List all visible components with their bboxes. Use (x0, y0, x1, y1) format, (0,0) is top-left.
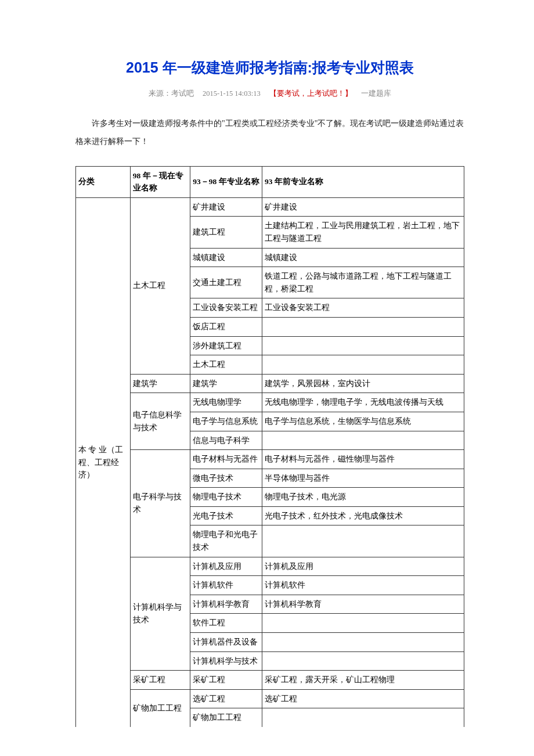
th-93-98: 93－98 年专业名称 (190, 166, 262, 197)
cell-pre93 (262, 336, 464, 355)
cell-pre93: 无线电物理学，物理电子学，无线电波传播与天线 (262, 393, 464, 412)
intro-paragraph: 许多考生对一级建造师报考条件中的"工程类或工程经济类专业"不了解。现在考试吧一级… (75, 115, 464, 151)
cell-pre93 (262, 525, 464, 557)
table-row: 建筑学 建筑学 建筑学，风景园林，室内设计 (76, 374, 464, 393)
cell-pre93: 计算机科学教育 (262, 595, 464, 614)
th-now: 98 年－现在专业名称 (130, 166, 190, 197)
major-cell: 建筑学 (130, 374, 190, 393)
cell-pre93: 计算机软件 (262, 576, 464, 595)
cell-pre93: 物理电子技术，电光源 (262, 488, 464, 507)
major-cell: 计算机科学与技术 (130, 557, 190, 671)
cell-93-98: 计算机科学与技术 (190, 651, 262, 671)
cell-93-98: 物理电子技术 (190, 488, 262, 507)
cell-93-98: 涉外建筑工程 (190, 336, 262, 355)
table-row: 采矿工程 采矿工程 采矿工程，露天开采，矿山工程物理 (76, 671, 464, 690)
cell-pre93: 矿井建设 (262, 197, 464, 217)
page-title: 2015 年一级建造师报考指南:报考专业对照表 (75, 58, 464, 77)
cell-93-98: 光电子技术 (190, 506, 262, 525)
major-cell: 矿物加工工程 (130, 689, 190, 727)
cell-93-98: 软件工程 (190, 614, 262, 633)
table-row: 矿物加工工程 选矿工程 选矿工程 (76, 689, 464, 708)
table-row: 计算机科学与技术 计算机及应用 计算机及应用 (76, 557, 464, 576)
cell-pre93: 工业设备安装工程 (262, 298, 464, 318)
meta-line: 来源：考试吧 2015-1-15 14:03:13 【要考试，上考试吧！】 一建… (75, 89, 464, 99)
cell-93-98: 电子学与信息系统 (190, 412, 262, 431)
cell-pre93: 电子材料与元器件，磁性物理与器件 (262, 450, 464, 469)
cell-93-98: 计算机软件 (190, 576, 262, 595)
cell-93-98: 电子材料与无器件 (190, 450, 262, 469)
major-table: 分类 98 年－现在专业名称 93－98 年专业名称 93 年前专业名称 本 专… (75, 166, 464, 727)
th-pre93: 93 年前专业名称 (262, 166, 464, 197)
cell-93-98: 建筑工程 (190, 217, 262, 248)
th-category: 分类 (76, 166, 131, 197)
cell-pre93 (262, 317, 464, 336)
major-cell: 采矿工程 (130, 671, 190, 690)
cell-93-98: 矿井建设 (190, 197, 262, 217)
cell-pre93: 电子学与信息系统，生物医学与信息系统 (262, 412, 464, 431)
cell-93-98: 选矿工程 (190, 689, 262, 708)
major-cell: 电子信息科学与技术 (130, 393, 190, 450)
table-header-row: 分类 98 年－现在专业名称 93－98 年专业名称 93 年前专业名称 (76, 166, 464, 197)
cell-pre93: 铁道工程，公路与城市道路工程，地下工程与隧道工程，桥梁工程 (262, 267, 464, 298)
cell-93-98: 微电子技术 (190, 469, 262, 488)
meta-extra: 一建题库 (361, 89, 391, 98)
major-cell: 土木工程 (130, 197, 190, 374)
cell-93-98: 交通土建工程 (190, 267, 262, 298)
meta-datetime: 2015-1-15 14:03:13 (203, 89, 261, 98)
cell-93-98: 工业设备安装工程 (190, 298, 262, 318)
cell-pre93 (262, 431, 464, 450)
table-row: 电子信息科学与技术 无线电物理学 无线电物理学，物理电子学，无线电波传播与天线 (76, 393, 464, 412)
meta-highlight: 【要考试，上考试吧！】 (269, 89, 352, 98)
cell-93-98: 矿物加工工程 (190, 708, 262, 727)
cell-93-98: 计算机及应用 (190, 557, 262, 576)
cell-pre93 (262, 651, 464, 671)
cell-93-98: 信息与电子科学 (190, 431, 262, 450)
cell-pre93 (262, 614, 464, 633)
category-cell: 本 专 业（工程、工程经济） (76, 197, 131, 727)
cell-93-98: 城镇建设 (190, 248, 262, 267)
cell-pre93: 半导体物理与器件 (262, 469, 464, 488)
cell-pre93 (262, 355, 464, 375)
table-row: 电子科学与技术 电子材料与无器件 电子材料与元器件，磁性物理与器件 (76, 450, 464, 469)
table-row: 本 专 业（工程、工程经济） 土木工程 矿井建设 矿井建设 (76, 197, 464, 217)
cell-93-98: 饭店工程 (190, 317, 262, 336)
cell-pre93 (262, 708, 464, 727)
cell-93-98: 计算机器件及设备 (190, 633, 262, 652)
cell-pre93: 土建结构工程，工业与民用建筑工程，岩土工程，地下工程与隧道工程 (262, 217, 464, 248)
cell-pre93: 城镇建设 (262, 248, 464, 267)
cell-pre93: 光电子技术，红外技术，光电成像技术 (262, 506, 464, 525)
major-cell: 电子科学与技术 (130, 450, 190, 557)
cell-93-98: 土木工程 (190, 355, 262, 375)
cell-93-98: 采矿工程 (190, 671, 262, 690)
cell-93-98: 物理电子和光电子技术 (190, 525, 262, 557)
cell-pre93: 选矿工程 (262, 689, 464, 708)
cell-93-98: 计算机科学教育 (190, 595, 262, 614)
meta-source: 来源：考试吧 (149, 89, 194, 98)
cell-93-98: 无线电物理学 (190, 393, 262, 412)
cell-pre93: 采矿工程，露天开采，矿山工程物理 (262, 671, 464, 690)
cell-93-98: 建筑学 (190, 374, 262, 393)
cell-pre93 (262, 633, 464, 652)
cell-pre93: 计算机及应用 (262, 557, 464, 576)
cell-pre93: 建筑学，风景园林，室内设计 (262, 374, 464, 393)
